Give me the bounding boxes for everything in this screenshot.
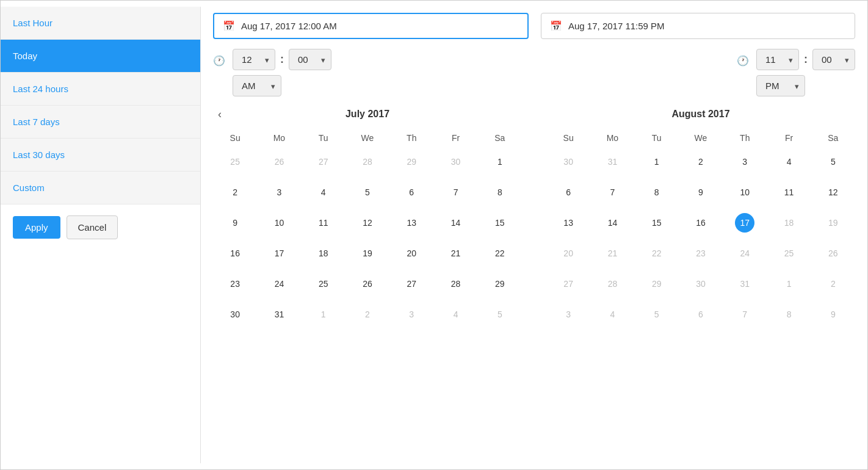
calendar-day[interactable]: 16 <box>213 238 257 269</box>
end-minute-select[interactable]: 00 153045 <box>812 49 855 70</box>
sidebar-item-today[interactable]: Today <box>1 40 200 73</box>
calendar-day[interactable]: 21 <box>433 238 477 269</box>
sidebar-item-last-hour[interactable]: Last Hour <box>1 7 200 40</box>
calendar-day[interactable]: 29 <box>478 269 522 299</box>
prev-month-button[interactable]: ‹ <box>213 106 226 123</box>
calendar-day[interactable]: 5 <box>811 146 855 177</box>
calendar-day: 29 <box>635 269 679 299</box>
calendar-day[interactable]: 22 <box>478 238 522 269</box>
calendar-day: 25 <box>213 146 257 177</box>
calendar-day: 30 <box>433 146 477 177</box>
day-header-th: Th <box>723 129 767 146</box>
calendar-day[interactable]: 10 <box>257 208 301 238</box>
calendar-day: 24 <box>723 238 767 269</box>
calendar-day[interactable]: 14 <box>433 208 477 238</box>
calendar-day: 23 <box>679 238 723 269</box>
start-minute-wrapper: 00 153045 <box>289 49 331 70</box>
calendar-day: 26 <box>811 238 855 269</box>
end-date-display: Aug 17, 2017 11:59 PM <box>568 21 665 31</box>
start-ampm-wrapper: AM PM <box>233 75 281 96</box>
day-header-th: Th <box>389 129 433 146</box>
calendar-day: 20 <box>546 238 590 269</box>
calendar-day[interactable]: 11 <box>302 208 345 238</box>
calendar-day[interactable]: 26 <box>345 269 389 299</box>
start-date-display: Aug 17, 2017 12:00 AM <box>241 21 337 31</box>
calendar-day[interactable]: 28 <box>433 269 477 299</box>
calendar-day[interactable]: 13 <box>546 208 590 238</box>
calendar-day[interactable]: 17 <box>723 208 767 238</box>
calendar-day[interactable]: 12 <box>345 208 389 238</box>
calendar-day[interactable]: 5 <box>345 177 389 208</box>
calendar-day[interactable]: 13 <box>389 208 433 238</box>
calendar-day[interactable]: 3 <box>723 146 767 177</box>
time-row: 🕐 12 12345 67891011 : <box>213 49 855 96</box>
clock-end-icon: 🕐 <box>737 55 749 67</box>
calendar-day[interactable]: 7 <box>590 177 634 208</box>
calendar-day: 1 <box>767 269 811 299</box>
day-header-tu: Tu <box>302 129 345 146</box>
calendar-day: 31 <box>723 269 767 299</box>
apply-button[interactable]: Apply <box>13 216 60 239</box>
day-header-we: We <box>345 129 389 146</box>
start-hour-wrapper: 12 12345 67891011 <box>233 49 275 70</box>
calendar-day[interactable]: 2 <box>213 177 257 208</box>
calendar-day[interactable]: 20 <box>389 238 433 269</box>
day-header-sa: Sa <box>478 129 522 146</box>
calendar-day[interactable]: 3 <box>257 177 301 208</box>
calendar-day[interactable]: 2 <box>679 146 723 177</box>
calendar-day[interactable]: 8 <box>478 177 522 208</box>
calendar-day[interactable]: 24 <box>257 269 301 299</box>
calendar-day[interactable]: 15 <box>635 208 679 238</box>
calendar-day: 18 <box>767 208 811 238</box>
calendar-day: 1 <box>302 299 345 330</box>
sidebar-item-last-30-days[interactable]: Last 30 days <box>1 139 200 172</box>
calendar-day[interactable]: 25 <box>302 269 345 299</box>
calendar-day[interactable]: 9 <box>213 208 257 238</box>
end-date-input[interactable]: 📅 Aug 17, 2017 11:59 PM <box>541 13 855 39</box>
start-minute-select[interactable]: 00 153045 <box>289 49 331 70</box>
calendar-day[interactable]: 7 <box>433 177 477 208</box>
calendar-day[interactable]: 6 <box>546 177 590 208</box>
sidebar-item-last-7-days[interactable]: Last 7 days <box>1 106 200 139</box>
calendar-day[interactable]: 4 <box>302 177 345 208</box>
calendar-day[interactable]: 15 <box>478 208 522 238</box>
main-content: 📅 Aug 17, 2017 12:00 AM 📅 Aug 17, 2017 1… <box>201 7 867 463</box>
calendar-day: 30 <box>546 146 590 177</box>
calendar-day[interactable]: 1 <box>635 146 679 177</box>
calendar-day[interactable]: 1 <box>478 146 522 177</box>
cancel-button[interactable]: Cancel <box>67 215 118 239</box>
calendar-day: 28 <box>345 146 389 177</box>
end-ampm-select[interactable]: AM PM <box>756 75 805 96</box>
calendar-day[interactable]: 8 <box>635 177 679 208</box>
calendar-day[interactable]: 14 <box>590 208 634 238</box>
calendar-day[interactable]: 16 <box>679 208 723 238</box>
calendar-day[interactable]: 19 <box>345 238 389 269</box>
calendar-day[interactable]: 17 <box>257 238 301 269</box>
calendar-day[interactable]: 6 <box>389 177 433 208</box>
calendar-day[interactable]: 27 <box>389 269 433 299</box>
start-hour-select[interactable]: 12 12345 67891011 <box>233 49 275 70</box>
calendar-day[interactable]: 18 <box>302 238 345 269</box>
calendar-day[interactable]: 11 <box>767 177 811 208</box>
calendar-day: 9 <box>811 299 855 330</box>
day-header-su: Su <box>546 129 590 146</box>
calendar-day[interactable]: 23 <box>213 269 257 299</box>
calendar-day[interactable]: 10 <box>723 177 767 208</box>
calendar-day[interactable]: 12 <box>811 177 855 208</box>
sidebar-item-last-24-hours[interactable]: Last 24 hours <box>1 73 200 106</box>
end-hour-select[interactable]: 12 12345 678910 11 <box>756 49 799 70</box>
calendar-day[interactable]: 30 <box>213 299 257 330</box>
start-ampm-select[interactable]: AM PM <box>233 75 281 96</box>
day-header-mo: Mo <box>590 129 634 146</box>
left-calendar: ‹July 2017SuMoTuWeThFrSa2526272829301234… <box>213 109 522 330</box>
calendar-day: 3 <box>389 299 433 330</box>
sidebar-item-custom[interactable]: Custom <box>1 172 200 204</box>
calendar-day[interactable]: 4 <box>767 146 811 177</box>
calendar-day[interactable]: 31 <box>257 299 301 330</box>
right-calendar: August 2017SuMoTuWeThFrSa303112345678910… <box>546 109 855 330</box>
calendar-day: 30 <box>679 269 723 299</box>
calendar-day[interactable]: 9 <box>679 177 723 208</box>
start-date-input[interactable]: 📅 Aug 17, 2017 12:00 AM <box>213 13 529 39</box>
calendar-day: 27 <box>302 146 345 177</box>
calendar-day: 3 <box>546 299 590 330</box>
